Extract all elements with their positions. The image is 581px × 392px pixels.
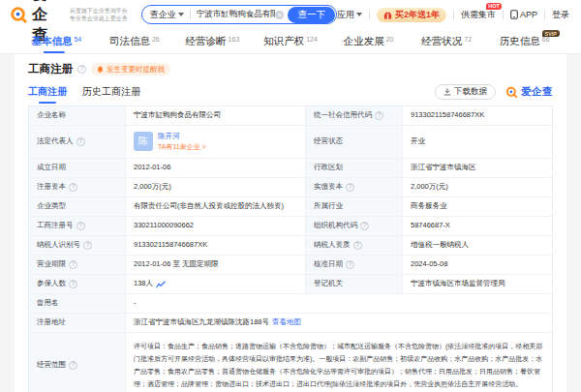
download-data-button[interactable]: 下载数据 xyxy=(435,84,496,100)
info-icon[interactable]: ? xyxy=(353,241,362,250)
promo-button[interactable]: 买2年送1年 xyxy=(377,8,446,22)
field-value: 9133021158746687XK xyxy=(403,106,552,126)
search-button[interactable]: 查一下 xyxy=(288,7,335,23)
nav-tab-count: 54 xyxy=(74,36,81,43)
info-icon[interactable]: ? xyxy=(360,222,369,230)
change-alert-button[interactable]: 发生变更时提醒我 xyxy=(91,63,170,75)
hot-badge: HOT xyxy=(486,3,502,10)
field-label: 工商注册号? xyxy=(29,217,126,236)
nav-tab-label: 历史信息 xyxy=(500,35,540,48)
field-label-text: 参保人数 xyxy=(37,279,66,289)
field-label: 营业期限? xyxy=(29,256,126,275)
info-icon[interactable]: ? xyxy=(76,137,85,146)
field-label: 所属行业 xyxy=(306,197,403,217)
aiqicha-logo-icon xyxy=(10,6,28,24)
related-companies-link[interactable]: TA有11家企业 > xyxy=(158,142,206,152)
info-icon[interactable]: ? xyxy=(375,111,383,120)
field-value-text: 2012-01-06 xyxy=(134,163,170,173)
field-label-text: 统一社会信用代码 xyxy=(314,110,372,121)
section-title: 工商注册 xyxy=(28,62,73,76)
info-icon[interactable]: ? xyxy=(346,183,354,192)
apps-menu[interactable]: 应用 xyxy=(337,9,362,21)
field-value: 58746687-X xyxy=(403,217,552,236)
field-value: 商务服务业 xyxy=(403,197,552,217)
clear-icon[interactable]: ✕ xyxy=(275,11,284,19)
field-value: 增值税一般纳税人 xyxy=(403,236,552,256)
app-download-link[interactable]: APP xyxy=(510,10,537,19)
aiqicha-logo-icon xyxy=(505,86,518,99)
field-value-text: - xyxy=(134,298,137,309)
field-value: 陈陈开河TA有11家企业 > xyxy=(126,126,306,159)
field-label-text: 工商注册号 xyxy=(37,221,74,231)
field-value: 330211000090662 xyxy=(126,217,306,236)
tab-history-registration[interactable]: 历史工商注册 xyxy=(82,85,140,104)
field-value: 有限责任公司(非自然人投资或控股的法人独资) xyxy=(126,197,306,217)
nav-tab-经营诊断[interactable]: 经营诊断163 xyxy=(173,29,252,53)
field-label: 注册地址 xyxy=(29,314,126,333)
field-value: 2,000万(元) xyxy=(403,178,552,197)
field-label: 参保人数? xyxy=(29,275,126,294)
field-label-text: 企业类型 xyxy=(37,201,66,212)
info-icon[interactable]: ? xyxy=(346,260,354,269)
avatar: 陈 xyxy=(134,132,153,151)
field-value-text: 138人 xyxy=(134,279,153,289)
search-category-dropdown[interactable]: 查企业 xyxy=(150,9,184,21)
tab-business-registration[interactable]: 工商注册 xyxy=(28,85,67,104)
field-label-text: 营业期限 xyxy=(37,259,66,270)
field-value-text: 2,000万(元) xyxy=(411,182,448,193)
divider xyxy=(190,10,191,19)
field-label: 曾用名 xyxy=(29,294,126,314)
business-registration-card: 工商注册 ? 发生变更时提醒我 工商注册 历史工商注册 下载数据 xyxy=(15,54,566,392)
field-label-text: 实缴资本 xyxy=(314,182,343,193)
legal-rep-name-link[interactable]: 陈开河 xyxy=(158,132,206,142)
info-icon[interactable]: ? xyxy=(69,361,77,370)
supply-market-link[interactable]: 供需集市 HOT xyxy=(461,9,496,21)
divider xyxy=(544,11,545,19)
nav-tab-label: 经营诊断 xyxy=(186,35,227,48)
field-label-text: 经营范围 xyxy=(37,360,66,371)
field-label-text: 曾用名 xyxy=(37,298,59,309)
info-icon[interactable]: ? xyxy=(69,280,77,288)
field-value: 宁波市镇海区市场监督管理局 xyxy=(403,275,552,294)
field-label: 实缴资本? xyxy=(306,178,403,197)
nav-tab-count: 124 xyxy=(306,36,318,43)
field-label: 成立日期 xyxy=(29,159,126,178)
nav-tab-count: 66 xyxy=(542,36,550,43)
field-label-text: 注册地址 xyxy=(37,317,66,328)
nav-tab-count: 163 xyxy=(229,36,240,43)
field-value: - xyxy=(126,294,552,314)
chevron-down-icon xyxy=(178,13,184,16)
logo-slogan: 百度旗下企业查询平台 专业查企业就上爱企查 xyxy=(70,7,128,22)
field-label-text: 所属行业 xyxy=(314,201,343,212)
info-icon[interactable]: ? xyxy=(83,241,92,250)
field-value-text: 浙江省宁波市镇海区九龙湖镇陈沈路188号 xyxy=(134,317,269,328)
info-icon[interactable]: ? xyxy=(77,65,86,74)
search-bar: 查企业 ✕ 查一下 xyxy=(141,5,337,24)
search-input[interactable] xyxy=(197,10,276,19)
field-label: 企业类型 xyxy=(29,197,126,217)
info-icon[interactable]: ? xyxy=(76,222,85,230)
nav-tab-知识产权[interactable]: 知识产权124 xyxy=(252,29,330,53)
trend-chart-icon[interactable] xyxy=(156,281,166,288)
field-label: 登记机关 xyxy=(306,275,403,294)
nav-tab-count: 72 xyxy=(464,36,472,43)
view-map-link[interactable]: 查看地图 xyxy=(272,317,301,328)
top-right-menu: 应用 买2年送1年 供需集市 HOT APP 登录 xyxy=(337,8,569,22)
nav-tab-历史信息[interactable]: 历史信息66SVIP xyxy=(485,29,564,53)
field-value: 浙江省宁波市镇海区九龙湖镇陈沈路188号查看地图 xyxy=(126,314,552,333)
nav-tab-司法信息[interactable]: 司法信息26 xyxy=(96,29,174,53)
info-icon[interactable]: ? xyxy=(69,260,77,269)
nav-tab-基本信息[interactable]: 基本信息54 xyxy=(17,29,96,53)
field-label-text: 注册资本 xyxy=(37,182,66,193)
field-label: 法定代表人? xyxy=(29,126,126,159)
nav-tab-label: 知识产权 xyxy=(263,35,304,48)
info-icon[interactable]: ? xyxy=(69,183,77,192)
login-link[interactable]: 登录 xyxy=(552,9,569,21)
watermark-logo: 爱企查 xyxy=(505,85,553,99)
field-value-text: 宁波市镇海区市场监督管理局 xyxy=(411,279,505,289)
nav-tab-企业发展[interactable]: 企业发展20 xyxy=(329,29,408,53)
nav-tab-经营状况[interactable]: 经营状况72 xyxy=(408,29,486,53)
field-value-text: 9133021158746687XK xyxy=(134,240,207,251)
field-value: 2,000万(元) xyxy=(126,178,306,197)
legal-representative: 陈陈开河TA有11家企业 > xyxy=(134,132,206,152)
